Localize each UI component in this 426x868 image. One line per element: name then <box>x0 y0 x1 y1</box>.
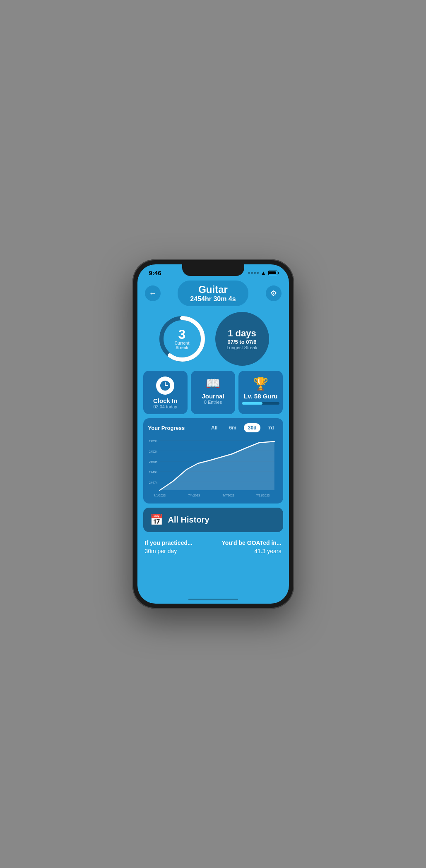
action-cards: Clock In 02:04 today 📖 Journal 0 Entries… <box>137 371 289 418</box>
svg-text:7/4/2023: 7/4/2023 <box>188 494 200 497</box>
phone-device: 9:46 ▲ ← Guitar 2454hr 30m <box>132 259 294 609</box>
streak-section: 3 Current Streak 1 days 07/5 to 07/6 Lon… <box>137 310 289 371</box>
streak-label: Current Streak <box>170 341 195 350</box>
chart-svg: 2453h 2452h 2450h 2449h 2447h 7/1/2023 7… <box>148 436 278 499</box>
header: ← Guitar 2454hr 30m 4s ⚙ <box>137 278 289 310</box>
all-history-section[interactable]: 📅 All History <box>143 508 283 532</box>
streak-ring: 3 Current Streak <box>157 314 207 364</box>
signal-dots <box>248 272 259 274</box>
signal-dot-3 <box>254 272 256 274</box>
practiced-right-header: You'd be GOATed in... <box>221 540 281 546</box>
svg-text:2453h: 2453h <box>149 439 157 443</box>
svg-text:2452h: 2452h <box>149 450 157 453</box>
clock-in-sub: 02:04 today <box>153 404 177 409</box>
longest-streak-dates: 07/5 to 07/6 <box>227 339 256 345</box>
journal-icon: 📖 <box>206 376 220 390</box>
signal-dot-2 <box>251 272 253 274</box>
progress-label: Your Progress <box>148 425 204 431</box>
practiced-years: 41.3 years <box>254 548 281 554</box>
signal-dot-4 <box>257 272 259 274</box>
practiced-left-header: If you practiced... <box>145 540 193 546</box>
svg-text:2450h: 2450h <box>149 460 157 464</box>
journal-sub: 0 Entries <box>204 400 222 405</box>
header-title-block: Guitar 2454hr 30m 4s <box>178 281 248 306</box>
xp-bar-fill <box>242 402 262 405</box>
progress-section: Your Progress All 6m 30d 7d 2453h 2452h <box>143 418 283 504</box>
clock-icon <box>159 380 171 391</box>
signal-dot-1 <box>248 272 250 274</box>
trophy-icon: 🏆 <box>253 376 268 391</box>
svg-text:7/11/2023: 7/11/2023 <box>256 494 270 497</box>
practiced-data-row: 30m per day 41.3 years <box>145 548 282 554</box>
notch <box>182 264 244 276</box>
gear-icon: ⚙ <box>270 289 277 298</box>
tab-7d[interactable]: 7d <box>264 423 278 432</box>
clock-in-title: Clock In <box>153 397 177 404</box>
level-card[interactable]: 🏆 Lv. 58 Guru <box>238 371 283 414</box>
practiced-header-row: If you practiced... You'd be GOATed in..… <box>145 540 282 546</box>
calendar-icon: 📅 <box>150 513 163 526</box>
journal-title: Journal <box>202 393 224 400</box>
tab-6m[interactable]: 6m <box>225 423 240 432</box>
chart-area: 2453h 2452h 2450h 2449h 2447h 7/1/2023 7… <box>148 436 278 499</box>
journal-card[interactable]: 📖 Journal 0 Entries <box>191 371 235 414</box>
back-button[interactable]: ← <box>145 285 161 301</box>
streak-ring-center: 3 Current Streak <box>170 328 195 350</box>
clock-circle <box>156 376 174 395</box>
svg-text:2447h: 2447h <box>149 481 157 484</box>
tab-all[interactable]: All <box>207 423 221 432</box>
svg-marker-15 <box>159 441 274 490</box>
total-time: 2454hr 30m 4s <box>190 295 236 303</box>
history-title: All History <box>168 515 209 525</box>
phone-screen: 9:46 ▲ ← Guitar 2454hr 30m <box>137 264 289 604</box>
longest-streak-label: Longest Streak <box>227 345 258 350</box>
practiced-section: If you practiced... You'd be GOATed in..… <box>137 536 289 558</box>
battery-fill <box>269 271 276 274</box>
tab-30d[interactable]: 30d <box>244 423 261 432</box>
longest-streak-days: 1 days <box>228 328 256 339</box>
clock-in-card[interactable]: Clock In 02:04 today <box>143 371 188 414</box>
practiced-per-day: 30m per day <box>145 548 177 554</box>
settings-button[interactable]: ⚙ <box>266 285 282 301</box>
wifi-icon: ▲ <box>261 270 266 276</box>
progress-header: Your Progress All 6m 30d 7d <box>148 423 278 432</box>
back-icon: ← <box>149 289 156 298</box>
level-title: Lv. 58 Guru <box>244 393 277 400</box>
home-indicator <box>188 599 238 600</box>
svg-text:7/7/2023: 7/7/2023 <box>222 494 234 497</box>
xp-bar-container <box>242 402 279 405</box>
status-icons: ▲ <box>248 270 277 276</box>
status-time: 9:46 <box>149 269 161 276</box>
streak-number: 3 <box>170 328 195 341</box>
svg-text:2449h: 2449h <box>149 470 157 474</box>
instrument-name: Guitar <box>190 284 236 295</box>
battery-icon <box>268 271 277 275</box>
longest-streak-box: 1 days 07/5 to 07/6 Longest Streak <box>215 312 269 366</box>
svg-text:7/1/2023: 7/1/2023 <box>154 494 166 497</box>
